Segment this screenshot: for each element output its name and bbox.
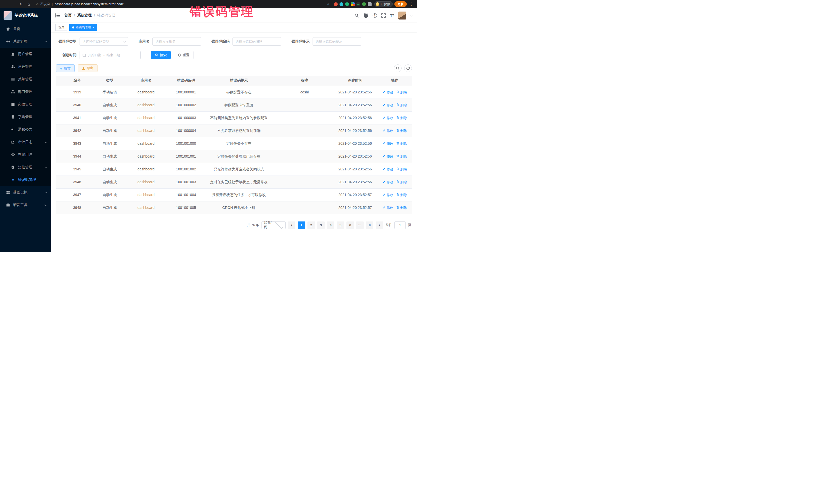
edit-link[interactable]: 修改 <box>382 180 393 185</box>
cell-app: dashboard <box>121 188 171 201</box>
tab-错误码管理[interactable]: 错误码管理× <box>69 24 97 31</box>
search-icon[interactable] <box>355 13 359 18</box>
puzzle-icon[interactable] <box>368 2 372 6</box>
search-button[interactable]: 搜索 <box>151 51 171 59</box>
browser-menu-icon[interactable]: ⋮ <box>408 1 414 7</box>
breadcrumb-item[interactable]: 系统管理 <box>77 13 92 18</box>
sidebar-item-notice[interactable]: 通知公告 <box>0 123 51 136</box>
delete-link[interactable]: 删除 <box>396 167 407 172</box>
sidebar-item-menu[interactable]: 菜单管理 <box>0 73 51 85</box>
page-button-3[interactable]: 3 <box>317 221 325 229</box>
sidebar-item-dev-tools[interactable]: 研发工具 <box>0 199 51 211</box>
sidebar-item-post[interactable]: 岗位管理 <box>0 98 51 111</box>
edit-link[interactable]: 修改 <box>382 205 393 211</box>
error-code-table: 编号类型应用名错误码编码错误码提示备注创建时间操作 3939手动编辑dashbo… <box>56 76 412 214</box>
sidebar-item-sms[interactable]: 短信管理 <box>0 161 51 174</box>
page-size-select[interactable]: 10条/页 <box>262 221 286 229</box>
export-button[interactable]: 导出 <box>78 64 97 72</box>
delete-link[interactable]: 删除 <box>396 103 407 108</box>
next-page-button[interactable]: › <box>376 221 383 229</box>
address-divider: | <box>52 2 52 6</box>
sidebar-item-infra[interactable]: 基础设施 <box>0 186 51 199</box>
font-size-icon[interactable]: TT <box>390 13 394 18</box>
v-circle-icon[interactable] <box>345 2 349 6</box>
menu-collapse-icon[interactable] <box>56 13 60 18</box>
sidebar-item-user[interactable]: 用户管理 <box>0 48 51 60</box>
delete-link[interactable]: 删除 <box>396 205 407 211</box>
sidebar-item-role[interactable]: 角色管理 <box>0 60 51 73</box>
user-avatar[interactable] <box>398 12 406 20</box>
sidebar-item-home[interactable]: 首页 <box>0 23 51 35</box>
address-bar[interactable]: ⚠ 不安全 | dashboard.yudao.iocoder.cn/syste… <box>34 2 332 6</box>
prev-page-button[interactable]: ‹ <box>288 221 295 229</box>
page-button-2[interactable]: 2 <box>307 221 315 229</box>
edit-link[interactable]: 修改 <box>382 154 393 159</box>
cell-time: 2021-04-20 23:52:56 <box>333 163 378 176</box>
drop-icon[interactable] <box>339 2 343 6</box>
avatar-caret-down-icon[interactable] <box>410 14 413 17</box>
cell-code: 1001000003 <box>171 111 201 124</box>
help-icon[interactable]: ? <box>373 13 377 18</box>
error-hint-input[interactable] <box>312 37 361 46</box>
page-button-1[interactable]: 1 <box>298 221 305 229</box>
delete-link[interactable]: 删除 <box>396 141 407 146</box>
add-button[interactable]: + 新增 <box>56 64 75 72</box>
sidebar-item-error-code[interactable]: </>错误码管理 <box>0 174 51 186</box>
paused-badge[interactable]: 已暂停 <box>374 1 393 7</box>
sidebar-item-label: 系统管理 <box>13 39 27 44</box>
goto-page-input[interactable] <box>394 221 406 229</box>
edit-link[interactable]: 修改 <box>382 141 393 146</box>
back-button[interactable]: ← <box>3 1 9 7</box>
edit-link[interactable]: 修改 <box>382 167 393 172</box>
delete-link[interactable]: 删除 <box>396 115 407 120</box>
forward-button[interactable]: → <box>10 1 17 7</box>
page-ellipsis[interactable]: ••• <box>356 221 364 229</box>
delete-link[interactable]: 删除 <box>396 154 407 159</box>
apps-grid-icon[interactable] <box>351 2 355 6</box>
toggle-search-button[interactable] <box>394 64 402 72</box>
reload-button[interactable]: ↻ <box>18 1 24 7</box>
browser-chrome: ← → ↻ ⌂ ⚠ 不安全 | dashboard.yudao.iocoder.… <box>0 0 417 8</box>
page-button-6[interactable]: 6 <box>347 221 354 229</box>
edit-link[interactable]: 修改 <box>382 103 393 108</box>
tab-首页[interactable]: 首页 <box>56 24 67 31</box>
edit-link[interactable]: 修改 <box>382 128 393 133</box>
sidebar-item-system[interactable]: 系统管理 <box>0 35 51 48</box>
date-range-picker[interactable]: 开始日期 - 结束日期 <box>80 51 140 59</box>
cell-id: 3942 <box>56 124 98 137</box>
goto-prefix: 前往 <box>386 223 392 227</box>
edit-link[interactable]: 修改 <box>382 90 393 95</box>
error-code-input[interactable] <box>233 37 281 46</box>
sidebar-item-audit-log[interactable]: 审计日志 <box>0 136 51 148</box>
logo[interactable]: 芋道管理系统 <box>0 8 51 23</box>
delete-link[interactable]: 删除 <box>396 90 407 95</box>
tab-close-icon[interactable]: × <box>93 26 94 29</box>
sidebar-item-dict[interactable]: 字典管理 <box>0 111 51 123</box>
bookmark-star-icon[interactable]: ☆ <box>326 2 330 6</box>
refresh-button[interactable] <box>404 64 412 72</box>
delete-link[interactable]: 删除 <box>396 128 407 133</box>
edit-link[interactable]: 修改 <box>382 193 393 198</box>
sidebar-item-dept[interactable]: 部门管理 <box>0 85 51 98</box>
app-name-input[interactable] <box>152 37 201 46</box>
page-button-4[interactable]: 4 <box>327 221 334 229</box>
breadcrumb-item[interactable]: 首页 <box>64 13 72 18</box>
error-type-select[interactable]: 请选择错误码类型 <box>80 37 128 46</box>
sidebar-item-online-user[interactable]: 在线用户 <box>0 148 51 161</box>
page-button-5[interactable]: 5 <box>337 221 344 229</box>
cell-code: 1001001001 <box>171 150 201 163</box>
fullscreen-icon[interactable] <box>381 13 386 18</box>
recorder-icon[interactable]: on <box>356 2 360 6</box>
leaf-icon[interactable] <box>362 2 366 6</box>
update-button[interactable]: 更新 <box>394 1 407 7</box>
github-icon[interactable] <box>364 13 368 18</box>
delete-link[interactable]: 删除 <box>396 180 407 185</box>
edit-link[interactable]: 修改 <box>382 115 393 120</box>
reset-button[interactable]: 重置 <box>174 51 194 59</box>
edit-icon <box>11 140 15 144</box>
browser-home-button[interactable]: ⌂ <box>26 1 32 7</box>
page-button-8[interactable]: 8 <box>366 221 373 229</box>
cell-type: 自动生成 <box>98 163 121 176</box>
adblock-icon[interactable] <box>334 2 338 6</box>
delete-link[interactable]: 删除 <box>396 193 407 198</box>
